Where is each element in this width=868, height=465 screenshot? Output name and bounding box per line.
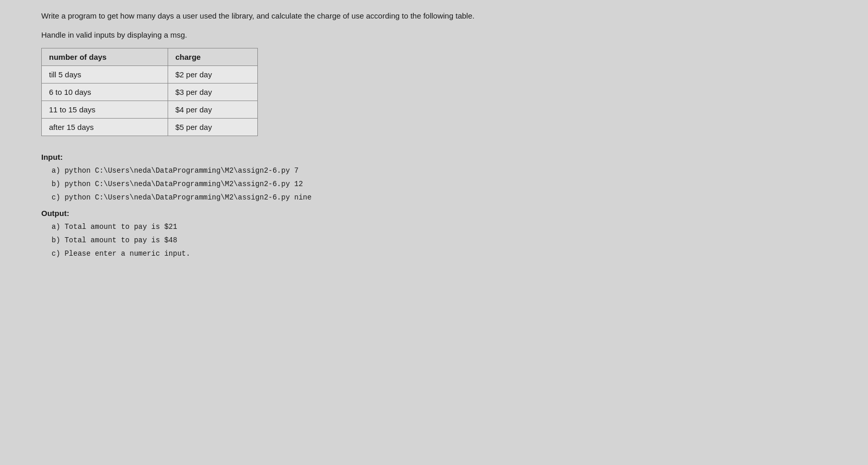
input-item-c: c) python C:\Users\neda\DataProgramming\…	[41, 193, 827, 202]
input-section: Input: a) python C:\Users\neda\DataProgr…	[41, 153, 827, 202]
table-row: after 15 days $5 per day	[42, 119, 258, 136]
description-line1: Write a program to get how many days a u…	[41, 10, 827, 22]
table-cell-days-3: after 15 days	[42, 119, 168, 136]
table-cell-charge-2: $4 per day	[168, 101, 258, 119]
output-item-b: b) Total amount to pay is $48	[41, 236, 827, 244]
table-cell-days-0: till 5 days	[42, 66, 168, 84]
table-cell-days-2: 11 to 15 days	[42, 101, 168, 119]
charge-table: number of days charge till 5 days $2 per…	[41, 48, 258, 136]
page-container: Write a program to get how many days a u…	[0, 0, 868, 465]
table-cell-charge-1: $3 per day	[168, 84, 258, 101]
table-header-charge: charge	[168, 48, 258, 66]
table-row: 6 to 10 days $3 per day	[42, 84, 258, 101]
table-cell-charge-0: $2 per day	[168, 66, 258, 84]
output-section: Output: a) Total amount to pay is $21 b)…	[41, 209, 827, 258]
table-row: till 5 days $2 per day	[42, 66, 258, 84]
input-label: Input:	[41, 153, 827, 161]
table-header-days: number of days	[42, 48, 168, 66]
table-cell-days-1: 6 to 10 days	[42, 84, 168, 101]
description-line2: Handle in valid inputs by displaying a m…	[41, 29, 827, 41]
input-item-b: b) python C:\Users\neda\DataProgramming\…	[41, 180, 827, 188]
output-label: Output:	[41, 209, 827, 218]
table-cell-charge-3: $5 per day	[168, 119, 258, 136]
output-item-c: c) Please enter a numeric input.	[41, 250, 827, 258]
output-item-a: a) Total amount to pay is $21	[41, 223, 827, 231]
table-row: 11 to 15 days $4 per day	[42, 101, 258, 119]
input-item-a: a) python C:\Users\neda\DataProgramming\…	[41, 167, 827, 175]
